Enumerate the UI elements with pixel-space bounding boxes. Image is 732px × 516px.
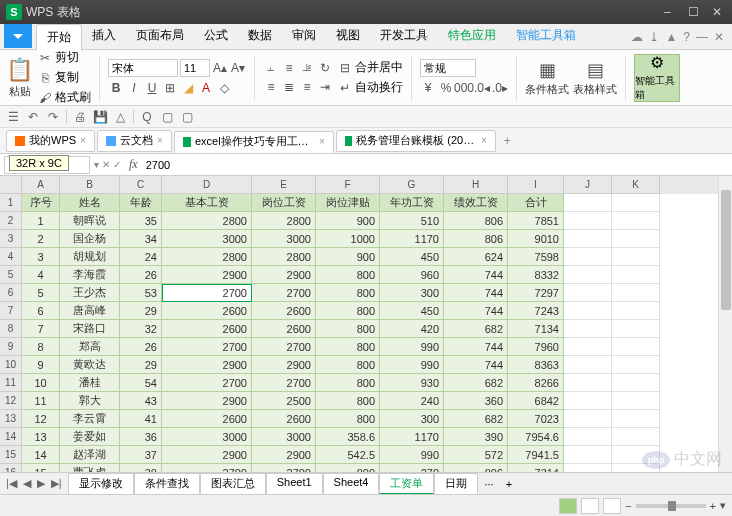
italic-icon[interactable]: I — [126, 80, 142, 96]
empty-cell[interactable] — [612, 284, 660, 302]
table-header-cell[interactable]: 年功工资 — [380, 194, 444, 212]
align-bottom-icon[interactable]: ⫡ — [299, 60, 315, 76]
row-header[interactable]: 4 — [0, 248, 22, 266]
data-cell[interactable]: 900 — [316, 248, 380, 266]
empty-cell[interactable] — [612, 230, 660, 248]
currency-icon[interactable]: ¥ — [420, 80, 436, 96]
numfmt-selector[interactable]: 常规 — [420, 59, 476, 77]
empty-cell[interactable] — [612, 446, 660, 464]
data-cell[interactable]: 800 — [316, 374, 380, 392]
data-cell[interactable]: 3 — [22, 248, 60, 266]
data-cell[interactable]: 14 — [22, 446, 60, 464]
dec-decimal-icon[interactable]: .0▸ — [492, 80, 508, 96]
data-cell[interactable]: 10 — [22, 374, 60, 392]
border-icon[interactable]: ⊞ — [162, 80, 178, 96]
data-cell[interactable]: 300 — [380, 284, 444, 302]
data-cell[interactable]: 9010 — [508, 230, 564, 248]
row-header[interactable]: 1 — [0, 194, 22, 212]
data-cell[interactable]: 2800 — [162, 248, 252, 266]
data-cell[interactable]: 1170 — [380, 428, 444, 446]
qat-icon-6[interactable]: Q — [140, 110, 154, 124]
table-header-cell[interactable]: 合计 — [508, 194, 564, 212]
data-cell[interactable]: 2800 — [252, 212, 316, 230]
indent-icon[interactable]: ⇥ — [317, 79, 333, 95]
empty-cell[interactable] — [612, 428, 660, 446]
data-cell[interactable]: 806 — [444, 212, 508, 230]
data-cell[interactable]: 29 — [120, 302, 162, 320]
menu-智能工具箱[interactable]: 智能工具箱 — [506, 23, 586, 50]
view-normal-button[interactable] — [559, 498, 577, 514]
sheet-tab[interactable]: Sheet1 — [266, 473, 323, 495]
data-cell[interactable]: 郑高 — [60, 338, 120, 356]
table-header-cell[interactable]: 姓名 — [60, 194, 120, 212]
data-cell[interactable]: 2600 — [252, 410, 316, 428]
data-cell[interactable]: 390 — [444, 428, 508, 446]
fontcolor-icon[interactable]: A — [198, 80, 214, 96]
data-cell[interactable]: 7598 — [508, 248, 564, 266]
wrap-label[interactable]: 自动换行 — [355, 79, 403, 96]
empty-cell[interactable] — [612, 320, 660, 338]
data-cell[interactable]: 2900 — [252, 356, 316, 374]
menu-开发工具[interactable]: 开发工具 — [370, 23, 438, 50]
data-cell[interactable]: 54 — [120, 374, 162, 392]
menu-extra-icon[interactable]: ▲ — [665, 30, 677, 44]
data-cell[interactable]: 8 — [22, 338, 60, 356]
data-cell[interactable]: 1 — [22, 212, 60, 230]
data-cell[interactable]: 930 — [380, 374, 444, 392]
menu-数据[interactable]: 数据 — [238, 23, 282, 50]
bold-icon[interactable]: B — [108, 80, 124, 96]
data-cell[interactable]: 744 — [444, 338, 508, 356]
zoom-menu-button[interactable]: ▾ — [720, 499, 726, 512]
tab-close-icon[interactable]: × — [157, 135, 163, 146]
col-header[interactable]: E — [252, 176, 316, 194]
doc-tab[interactable]: 云文档× — [97, 130, 172, 152]
clear-icon[interactable]: ◇ — [216, 80, 232, 96]
menu-特色应用[interactable]: 特色应用 — [438, 23, 506, 50]
smart-toolbox-button[interactable]: ⚙ 智能工具箱 — [634, 54, 680, 102]
data-cell[interactable]: 2900 — [252, 446, 316, 464]
empty-cell[interactable] — [564, 410, 612, 428]
row-header[interactable]: 8 — [0, 320, 22, 338]
percent-icon[interactable]: % — [438, 80, 454, 96]
empty-cell[interactable] — [564, 338, 612, 356]
select-all-corner[interactable] — [0, 176, 22, 194]
name-box[interactable]: 32R x 9C — [4, 156, 90, 174]
empty-cell[interactable] — [564, 446, 612, 464]
col-header[interactable]: H — [444, 176, 508, 194]
data-cell[interactable]: 360 — [444, 392, 508, 410]
menu-审阅[interactable]: 审阅 — [282, 23, 326, 50]
data-cell[interactable]: 2700 — [162, 284, 252, 302]
data-cell[interactable]: 682 — [444, 320, 508, 338]
zoom-slider[interactable] — [636, 504, 706, 508]
row-header[interactable]: 14 — [0, 428, 22, 446]
data-cell[interactable]: 2900 — [252, 266, 316, 284]
empty-cell[interactable] — [612, 212, 660, 230]
qat-icon-7[interactable]: ▢ — [160, 110, 174, 124]
row-header[interactable]: 9 — [0, 338, 22, 356]
menu-extra-icon[interactable]: ? — [683, 30, 690, 44]
qat-icon-2[interactable]: ↷ — [46, 110, 60, 124]
data-cell[interactable]: 510 — [380, 212, 444, 230]
increase-font-icon[interactable]: A▴ — [212, 60, 228, 76]
cut-label[interactable]: 剪切 — [55, 49, 79, 66]
data-cell[interactable]: 800 — [316, 266, 380, 284]
data-cell[interactable]: 26 — [120, 338, 162, 356]
empty-cell[interactable] — [564, 230, 612, 248]
col-header[interactable]: I — [508, 176, 564, 194]
data-cell[interactable]: 黄欧达 — [60, 356, 120, 374]
data-cell[interactable]: 7954.6 — [508, 428, 564, 446]
data-cell[interactable]: 37 — [120, 446, 162, 464]
data-cell[interactable]: 3000 — [162, 428, 252, 446]
col-header[interactable]: C — [120, 176, 162, 194]
data-cell[interactable]: 1000 — [316, 230, 380, 248]
data-cell[interactable]: 13 — [22, 428, 60, 446]
data-cell[interactable]: 744 — [444, 356, 508, 374]
data-cell[interactable]: 800 — [316, 338, 380, 356]
paste-icon[interactable]: 📋 — [6, 57, 33, 83]
copy-icon[interactable]: ⎘ — [37, 70, 53, 86]
vertical-scrollbar[interactable] — [718, 176, 732, 472]
data-cell[interactable]: 2900 — [162, 356, 252, 374]
data-cell[interactable]: 990 — [380, 446, 444, 464]
col-header[interactable]: A — [22, 176, 60, 194]
data-cell[interactable]: 2700 — [252, 284, 316, 302]
